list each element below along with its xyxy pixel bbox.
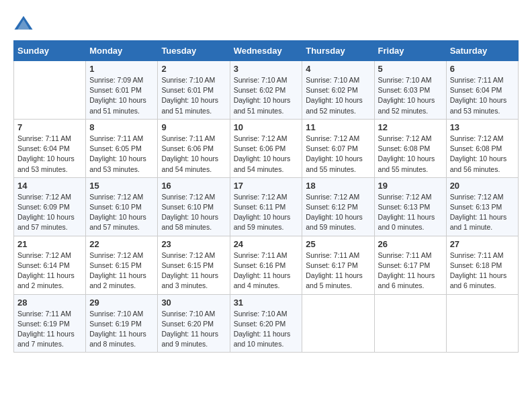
calendar-header: SundayMondayTuesdayWednesdayThursdayFrid… — [14, 41, 519, 61]
day-info: Sunrise: 7:10 AMSunset: 6:19 PMDaylight:… — [89, 309, 154, 350]
day-info: Sunrise: 7:10 AMSunset: 6:02 PMDaylight:… — [234, 75, 299, 116]
weekday-header: Friday — [374, 41, 446, 61]
calendar-cell — [14, 61, 86, 120]
calendar-cell: 17 Sunrise: 7:12 AMSunset: 6:11 PMDaylig… — [230, 177, 302, 236]
day-number: 24 — [234, 239, 299, 249]
calendar-cell: 30 Sunrise: 7:10 AMSunset: 6:20 PMDaylig… — [158, 294, 230, 353]
day-info: Sunrise: 7:12 AMSunset: 6:06 PMDaylight:… — [234, 134, 299, 175]
day-info: Sunrise: 7:12 AMSunset: 6:15 PMDaylight:… — [161, 250, 226, 291]
day-info: Sunrise: 7:10 AMSunset: 6:20 PMDaylight:… — [161, 309, 226, 350]
day-info: Sunrise: 7:11 AMSunset: 6:04 PMDaylight:… — [450, 75, 515, 116]
day-number: 2 — [161, 64, 226, 74]
day-number: 30 — [161, 298, 226, 308]
header — [13, 13, 519, 34]
calendar-week-row: 1 Sunrise: 7:09 AMSunset: 6:01 PMDayligh… — [14, 61, 519, 120]
calendar-cell: 20 Sunrise: 7:12 AMSunset: 6:13 PMDaylig… — [446, 177, 518, 236]
calendar-cell: 26 Sunrise: 7:11 AMSunset: 6:17 PMDaylig… — [374, 236, 446, 294]
calendar-cell: 5 Sunrise: 7:10 AMSunset: 6:03 PMDayligh… — [374, 61, 446, 120]
calendar-cell: 13 Sunrise: 7:12 AMSunset: 6:08 PMDaylig… — [446, 119, 518, 177]
weekday-header: Tuesday — [158, 41, 230, 61]
calendar-cell: 9 Sunrise: 7:11 AMSunset: 6:06 PMDayligh… — [158, 119, 230, 177]
day-number: 8 — [89, 122, 154, 132]
day-info: Sunrise: 7:12 AMSunset: 6:12 PMDaylight:… — [306, 192, 370, 233]
calendar-cell: 24 Sunrise: 7:11 AMSunset: 6:16 PMDaylig… — [230, 236, 302, 294]
day-number: 7 — [17, 122, 82, 132]
day-number: 25 — [306, 239, 370, 249]
day-number: 3 — [234, 64, 299, 74]
day-number: 19 — [378, 181, 443, 191]
calendar-table: SundayMondayTuesdayWednesdayThursdayFrid… — [13, 40, 519, 353]
calendar-cell: 21 Sunrise: 7:12 AMSunset: 6:14 PMDaylig… — [14, 236, 86, 294]
calendar-cell: 3 Sunrise: 7:10 AMSunset: 6:02 PMDayligh… — [230, 61, 302, 120]
day-number: 4 — [306, 64, 370, 74]
day-info: Sunrise: 7:12 AMSunset: 6:10 PMDaylight:… — [161, 192, 226, 233]
calendar-cell: 2 Sunrise: 7:10 AMSunset: 6:01 PMDayligh… — [158, 61, 230, 120]
day-info: Sunrise: 7:10 AMSunset: 6:03 PMDaylight:… — [378, 75, 443, 116]
day-number: 21 — [17, 239, 82, 249]
day-info: Sunrise: 7:12 AMSunset: 6:15 PMDaylight:… — [89, 250, 154, 291]
day-number: 11 — [306, 122, 370, 132]
calendar-cell: 23 Sunrise: 7:12 AMSunset: 6:15 PMDaylig… — [158, 236, 230, 294]
day-info: Sunrise: 7:12 AMSunset: 6:08 PMDaylight:… — [378, 134, 443, 175]
calendar-cell: 4 Sunrise: 7:10 AMSunset: 6:02 PMDayligh… — [302, 61, 374, 120]
day-info: Sunrise: 7:11 AMSunset: 6:17 PMDaylight:… — [306, 250, 370, 291]
day-number: 14 — [17, 181, 82, 191]
day-info: Sunrise: 7:12 AMSunset: 6:11 PMDaylight:… — [234, 192, 299, 233]
day-info: Sunrise: 7:12 AMSunset: 6:13 PMDaylight:… — [378, 192, 443, 233]
day-info: Sunrise: 7:12 AMSunset: 6:13 PMDaylight:… — [450, 192, 515, 233]
calendar-cell: 27 Sunrise: 7:11 AMSunset: 6:18 PMDaylig… — [446, 236, 518, 294]
calendar-body: 1 Sunrise: 7:09 AMSunset: 6:01 PMDayligh… — [14, 61, 519, 353]
calendar-cell: 11 Sunrise: 7:12 AMSunset: 6:07 PMDaylig… — [302, 119, 374, 177]
calendar-week-row: 7 Sunrise: 7:11 AMSunset: 6:04 PMDayligh… — [14, 119, 519, 177]
calendar-cell: 10 Sunrise: 7:12 AMSunset: 6:06 PMDaylig… — [230, 119, 302, 177]
calendar-cell: 29 Sunrise: 7:10 AMSunset: 6:19 PMDaylig… — [86, 294, 158, 353]
day-number: 12 — [378, 122, 443, 132]
weekday-header: Wednesday — [230, 41, 302, 61]
logo-icon — [13, 13, 34, 34]
calendar-cell: 25 Sunrise: 7:11 AMSunset: 6:17 PMDaylig… — [302, 236, 374, 294]
weekday-header: Sunday — [14, 41, 86, 61]
day-number: 13 — [450, 122, 515, 132]
day-number: 31 — [234, 298, 299, 308]
day-info: Sunrise: 7:11 AMSunset: 6:18 PMDaylight:… — [450, 250, 515, 291]
day-number: 29 — [89, 298, 154, 308]
day-number: 1 — [89, 64, 154, 74]
day-info: Sunrise: 7:12 AMSunset: 6:14 PMDaylight:… — [17, 250, 82, 291]
day-info: Sunrise: 7:09 AMSunset: 6:01 PMDaylight:… — [89, 75, 154, 116]
day-number: 26 — [378, 239, 443, 249]
calendar-cell: 18 Sunrise: 7:12 AMSunset: 6:12 PMDaylig… — [302, 177, 374, 236]
calendar-cell: 22 Sunrise: 7:12 AMSunset: 6:15 PMDaylig… — [86, 236, 158, 294]
day-info: Sunrise: 7:10 AMSunset: 6:01 PMDaylight:… — [161, 75, 226, 116]
calendar-cell — [374, 294, 446, 353]
day-info: Sunrise: 7:10 AMSunset: 6:20 PMDaylight:… — [234, 309, 299, 350]
day-number: 16 — [161, 181, 226, 191]
logo — [13, 13, 36, 34]
calendar-week-row: 21 Sunrise: 7:12 AMSunset: 6:14 PMDaylig… — [14, 236, 519, 294]
day-info: Sunrise: 7:12 AMSunset: 6:08 PMDaylight:… — [450, 134, 515, 175]
calendar-week-row: 28 Sunrise: 7:11 AMSunset: 6:19 PMDaylig… — [14, 294, 519, 353]
calendar-cell: 16 Sunrise: 7:12 AMSunset: 6:10 PMDaylig… — [158, 177, 230, 236]
calendar-cell — [446, 294, 518, 353]
day-number: 15 — [89, 181, 154, 191]
calendar-cell: 7 Sunrise: 7:11 AMSunset: 6:04 PMDayligh… — [14, 119, 86, 177]
calendar-cell: 1 Sunrise: 7:09 AMSunset: 6:01 PMDayligh… — [86, 61, 158, 120]
day-number: 22 — [89, 239, 154, 249]
weekday-header: Saturday — [446, 41, 518, 61]
calendar-cell: 8 Sunrise: 7:11 AMSunset: 6:05 PMDayligh… — [86, 119, 158, 177]
day-number: 17 — [234, 181, 299, 191]
day-info: Sunrise: 7:12 AMSunset: 6:09 PMDaylight:… — [17, 192, 82, 233]
day-number: 10 — [234, 122, 299, 132]
calendar-cell — [302, 294, 374, 353]
calendar-cell: 15 Sunrise: 7:12 AMSunset: 6:10 PMDaylig… — [86, 177, 158, 236]
day-info: Sunrise: 7:11 AMSunset: 6:06 PMDaylight:… — [161, 134, 226, 175]
calendar-cell: 28 Sunrise: 7:11 AMSunset: 6:19 PMDaylig… — [14, 294, 86, 353]
calendar-cell: 6 Sunrise: 7:11 AMSunset: 6:04 PMDayligh… — [446, 61, 518, 120]
calendar-cell: 12 Sunrise: 7:12 AMSunset: 6:08 PMDaylig… — [374, 119, 446, 177]
header-row: SundayMondayTuesdayWednesdayThursdayFrid… — [14, 41, 519, 61]
day-number: 20 — [450, 181, 515, 191]
calendar-week-row: 14 Sunrise: 7:12 AMSunset: 6:09 PMDaylig… — [14, 177, 519, 236]
day-number: 6 — [450, 64, 515, 74]
calendar-cell: 19 Sunrise: 7:12 AMSunset: 6:13 PMDaylig… — [374, 177, 446, 236]
day-info: Sunrise: 7:11 AMSunset: 6:16 PMDaylight:… — [234, 250, 299, 291]
day-info: Sunrise: 7:11 AMSunset: 6:05 PMDaylight:… — [89, 134, 154, 175]
